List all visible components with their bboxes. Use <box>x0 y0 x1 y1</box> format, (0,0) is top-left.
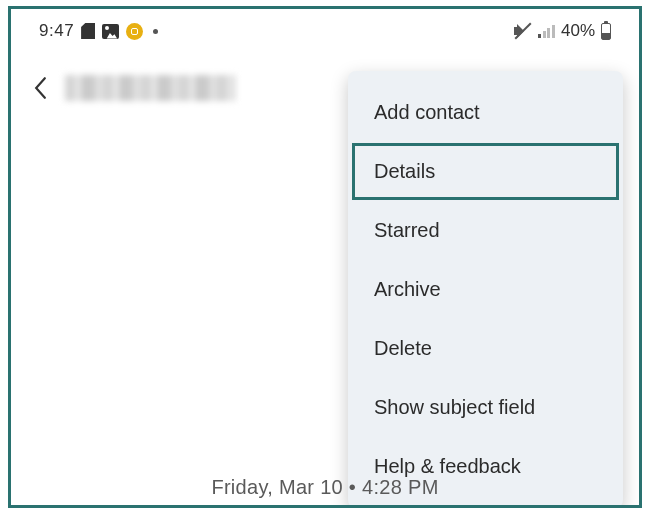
status-time: 9:47 <box>39 21 74 41</box>
contact-name-redacted <box>65 75 235 101</box>
menu-item-archive[interactable]: Archive <box>348 260 623 319</box>
menu-item-starred[interactable]: Starred <box>348 201 623 260</box>
status-left: 9:47 <box>39 21 158 41</box>
signal-icon <box>538 24 555 38</box>
battery-percent: 40% <box>561 21 595 41</box>
battery-icon <box>601 23 611 40</box>
mute-icon <box>514 23 532 39</box>
more-notifications-dot <box>153 29 158 34</box>
menu-item-delete[interactable]: Delete <box>348 319 623 378</box>
status-right: 40% <box>514 21 611 41</box>
back-button[interactable] <box>33 76 47 100</box>
app-circle-icon <box>126 23 143 40</box>
status-bar: 9:47 40% <box>21 9 629 51</box>
picture-icon <box>102 24 119 39</box>
overflow-menu: Add contact Details Starred Archive Dele… <box>348 71 623 508</box>
menu-item-add-contact[interactable]: Add contact <box>348 83 623 142</box>
chevron-left-icon <box>34 77 47 99</box>
conversation-timestamp: Friday, Mar 10 • 4:28 PM <box>11 476 639 499</box>
menu-item-details[interactable]: Details <box>351 142 620 201</box>
menu-item-show-subject-field[interactable]: Show subject field <box>348 378 623 437</box>
sim-icon <box>81 23 95 39</box>
